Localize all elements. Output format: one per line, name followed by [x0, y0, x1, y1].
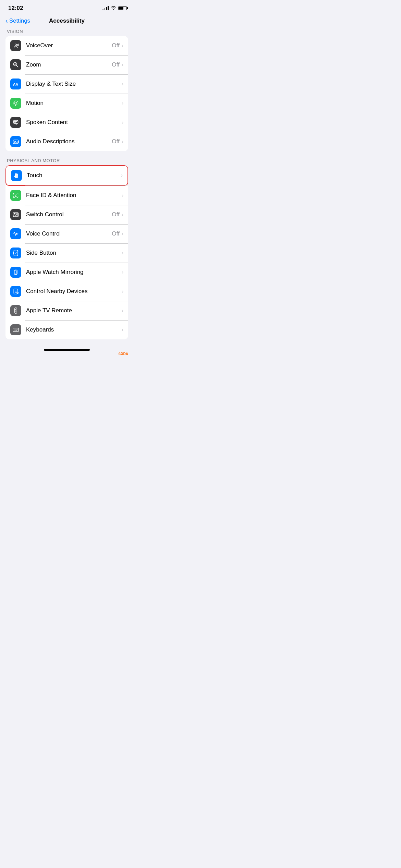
voiceover-icon [10, 40, 21, 51]
svg-rect-13 [16, 213, 18, 214]
audio-descriptions-chevron: › [122, 138, 123, 145]
svg-rect-21 [15, 308, 17, 314]
touch-label: Touch [27, 172, 121, 179]
audio-descriptions-label: Audio Descriptions [26, 138, 112, 145]
side-button-label: Side Button [26, 250, 122, 256]
face-id-row[interactable]: Face ID & Attention › [5, 186, 128, 205]
apple-watch-mirroring-icon [10, 267, 21, 278]
status-time: 12:02 [8, 5, 23, 12]
section-vision-label: VISION [0, 29, 134, 36]
svg-rect-15 [16, 215, 18, 216]
switch-control-value: Off [112, 211, 119, 218]
control-nearby-devices-icon [10, 286, 21, 297]
back-button[interactable]: ‹ Settings [5, 17, 30, 25]
voiceover-row[interactable]: VoiceOver Off › [5, 36, 128, 55]
zoom-value: Off [112, 61, 119, 68]
home-bar [44, 349, 90, 351]
spoken-content-chevron: › [122, 119, 123, 125]
face-id-label: Face ID & Attention [26, 192, 122, 199]
svg-rect-19 [14, 289, 18, 294]
voice-control-value: Off [112, 230, 119, 237]
spoken-content-icon [10, 117, 21, 128]
touch-chevron: › [121, 172, 123, 179]
motion-chevron: › [122, 100, 123, 106]
voice-control-chevron: › [122, 231, 123, 237]
apple-watch-mirroring-row[interactable]: Apple Watch Mirroring › [5, 263, 128, 282]
svg-rect-18 [15, 270, 17, 274]
zoom-chevron: › [122, 62, 123, 68]
display-text-size-row[interactable]: AA Display & Text Size › [5, 74, 128, 94]
back-label: Settings [9, 17, 30, 24]
apple-watch-mirroring-chevron: › [122, 269, 123, 275]
page-title: Accessibility [49, 17, 85, 24]
section-physical-motor: PHYSICAL AND MOTOR Touch › [0, 158, 134, 339]
voiceover-label: VoiceOver [26, 42, 112, 49]
svg-rect-5 [13, 120, 18, 123]
svg-point-22 [15, 309, 16, 310]
voice-control-icon [10, 228, 21, 239]
home-indicator [0, 346, 134, 352]
spoken-content-label: Spoken Content [26, 119, 122, 126]
audio-descriptions-icon: AD [10, 136, 21, 147]
status-icons [102, 6, 127, 11]
keyboards-label: Keyboards [26, 326, 122, 333]
touch-row[interactable]: Touch › [5, 165, 128, 186]
svg-point-10 [16, 195, 17, 195]
control-nearby-devices-row[interactable]: Control Nearby Devices › [5, 282, 128, 301]
switch-control-label: Switch Control [26, 211, 112, 218]
status-bar: 12:02 [0, 0, 134, 14]
keyboards-row[interactable]: Keyboards › [5, 320, 128, 339]
apple-watch-mirroring-label: Apple Watch Mirroring [26, 269, 122, 276]
side-button-chevron: › [122, 250, 123, 256]
display-text-size-icon: AA [10, 79, 21, 89]
switch-control-row[interactable]: Switch Control Off › [5, 205, 128, 224]
content-area: VISION VoiceOver Off › [0, 29, 134, 339]
back-chevron-icon: ‹ [5, 17, 8, 25]
keyboards-chevron: › [122, 327, 123, 333]
motion-icon [10, 98, 21, 109]
voiceover-value: Off [112, 42, 119, 49]
navigation-bar: ‹ Settings Accessibility [0, 14, 134, 29]
audio-descriptions-row[interactable]: AD Audio Descriptions Off › [5, 132, 128, 151]
voiceover-chevron: › [122, 43, 123, 49]
control-nearby-devices-chevron: › [122, 288, 123, 294]
side-button-row[interactable]: Side Button › [5, 243, 128, 263]
vision-group: VoiceOver Off › Zoom Off › [5, 36, 128, 151]
spoken-content-row[interactable]: Spoken Content › [5, 113, 128, 132]
display-text-size-chevron: › [122, 81, 123, 87]
svg-point-0 [15, 44, 17, 46]
svg-point-9 [15, 195, 15, 195]
voice-control-row[interactable]: Voice Control Off › [5, 224, 128, 243]
side-button-icon [10, 248, 21, 258]
wifi-icon [111, 6, 116, 11]
svg-rect-14 [14, 215, 15, 216]
svg-rect-12 [14, 213, 15, 214]
keyboards-icon [10, 324, 21, 335]
motion-label: Motion [26, 100, 122, 107]
signal-icon [102, 6, 109, 10]
face-id-chevron: › [122, 192, 123, 198]
svg-point-4 [13, 101, 18, 105]
section-vision: VISION VoiceOver Off › [0, 29, 134, 151]
watermark: ©XDA [0, 352, 134, 356]
svg-point-7 [14, 141, 15, 142]
switch-control-chevron: › [122, 212, 123, 218]
zoom-row[interactable]: Zoom Off › [5, 55, 128, 74]
motion-row[interactable]: Motion › [5, 94, 128, 113]
apple-tv-remote-label: Apple TV Remote [26, 307, 122, 314]
apple-tv-remote-icon [10, 305, 21, 316]
control-nearby-devices-label: Control Nearby Devices [26, 288, 122, 295]
zoom-label: Zoom [26, 61, 112, 68]
touch-icon [11, 170, 22, 181]
physical-motor-group: Touch › Face ID & Attention › [5, 165, 128, 339]
svg-text:AA: AA [13, 82, 19, 86]
battery-icon [118, 6, 127, 10]
svg-text:AD: AD [16, 141, 19, 143]
svg-point-3 [15, 102, 17, 105]
apple-tv-remote-row[interactable]: Apple TV Remote › [5, 301, 128, 320]
display-text-size-label: Display & Text Size [26, 81, 122, 87]
zoom-icon [10, 59, 21, 70]
section-physical-motor-label: PHYSICAL AND MOTOR [0, 158, 134, 165]
face-id-icon [10, 190, 21, 201]
voice-control-label: Voice Control [26, 230, 112, 237]
